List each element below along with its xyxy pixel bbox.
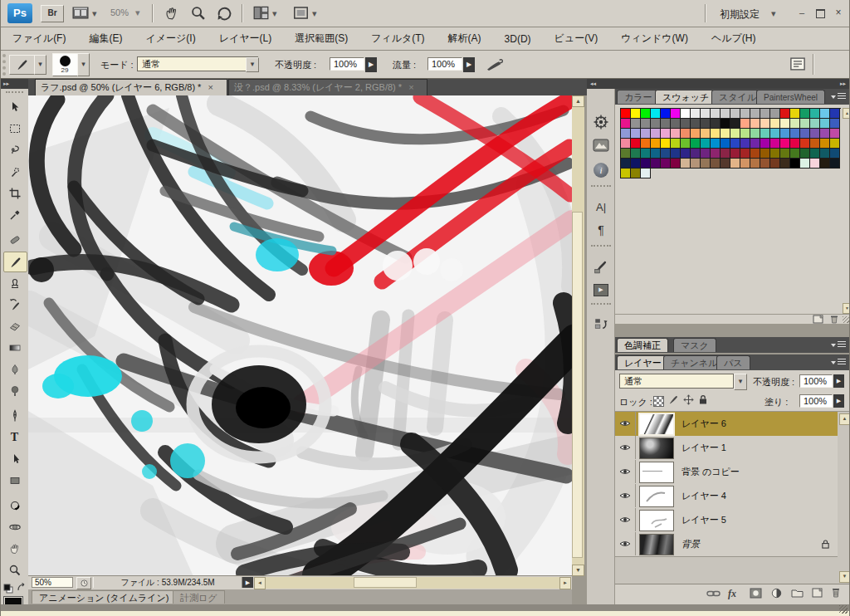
eyedropper-tool[interactable] [3, 205, 26, 224]
swatch[interactable] [820, 109, 830, 119]
swatch[interactable] [651, 149, 661, 159]
layer-name[interactable]: レイヤー 4 [681, 484, 726, 508]
info-icon[interactable]: i [589, 160, 613, 180]
layer-thumbnail[interactable] [639, 534, 674, 555]
swatch[interactable] [780, 109, 790, 119]
swatch[interactable] [750, 159, 760, 169]
layers-scroll-up[interactable]: ▲ [839, 413, 850, 425]
swatch[interactable] [681, 139, 691, 149]
swatch[interactable] [621, 139, 631, 149]
tab-measurement-log[interactable]: 計測ログ [173, 590, 225, 604]
launch-dropdown-arrow[interactable]: ▾ [92, 8, 97, 19]
visibility-toggle[interactable] [615, 460, 636, 483]
delete-layer-icon[interactable] [831, 587, 841, 599]
swatch[interactable] [740, 159, 750, 169]
menu-help[interactable]: ヘルプ(H) [710, 32, 758, 46]
swatch[interactable] [671, 159, 681, 169]
lock-position-icon[interactable] [683, 394, 694, 407]
swatch[interactable] [800, 139, 810, 149]
swatch[interactable] [661, 149, 671, 159]
hand-tool-icon[interactable] [164, 5, 180, 23]
tab-adjustments[interactable]: 色調補正 [617, 338, 668, 352]
swatch[interactable] [810, 119, 820, 129]
toolbar-collapse[interactable]: ▸▸ [1, 79, 28, 89]
swatch[interactable] [691, 109, 701, 119]
swatch[interactable] [721, 109, 730, 119]
new-layer-icon[interactable] [812, 588, 823, 599]
layer-opacity-spinner[interactable]: ▶ [833, 374, 844, 388]
panel-menu-icon[interactable] [831, 358, 846, 367]
swatch[interactable] [711, 109, 721, 119]
swatch[interactable] [671, 109, 681, 119]
swatch[interactable] [770, 109, 780, 119]
swatch[interactable] [691, 159, 701, 169]
swatch[interactable] [651, 109, 661, 119]
visibility-toggle[interactable] [615, 532, 636, 555]
scroll-right-button[interactable]: ► [559, 577, 571, 589]
minimize-button[interactable]: – [794, 7, 809, 19]
swatch[interactable] [790, 139, 800, 149]
swatch[interactable] [631, 129, 641, 139]
menu-file[interactable]: ファイル(F) [11, 32, 67, 46]
swatch[interactable] [641, 139, 651, 149]
swatch[interactable] [780, 119, 790, 129]
blend-mode-select[interactable]: 通常 [137, 56, 258, 71]
horizontal-scrollbar[interactable]: ◄ ► [254, 577, 569, 589]
delete-swatch-icon[interactable] [829, 315, 839, 325]
swatch[interactable] [621, 119, 631, 129]
swatch[interactable] [701, 129, 711, 139]
swatch[interactable] [730, 159, 740, 169]
swatch[interactable] [730, 109, 740, 119]
swatch[interactable] [810, 129, 820, 139]
swatch[interactable] [701, 149, 711, 159]
shape-tool[interactable] [3, 471, 26, 490]
swatch[interactable] [651, 139, 661, 149]
layer-fill-spinner[interactable]: ▶ [833, 394, 844, 408]
lasso-tool[interactable] [3, 140, 26, 159]
swatch[interactable] [621, 129, 631, 139]
layer-thumbnail[interactable] [638, 413, 675, 436]
navigator-icon[interactable] [589, 135, 613, 155]
swatch[interactable] [750, 149, 760, 159]
status-menu-button[interactable]: ▶ [242, 577, 253, 588]
swatch[interactable] [671, 129, 681, 139]
path-selection-tool[interactable] [3, 449, 26, 468]
tab-paths[interactable]: パス [716, 355, 750, 369]
dodge-tool[interactable] [3, 381, 26, 400]
character-panel-icon[interactable]: A| [589, 197, 613, 217]
layer-name[interactable]: 背景 [681, 532, 700, 556]
opacity-field[interactable]: 100% [330, 57, 364, 71]
swatch[interactable] [790, 149, 800, 159]
launch-filmstrip-icon[interactable] [72, 6, 89, 22]
swatch-scroll-down[interactable]: ▼ [843, 303, 850, 314]
rotate-view-icon[interactable] [215, 4, 233, 24]
flow-spinner[interactable]: ▶ [463, 57, 475, 72]
swatch[interactable] [770, 129, 780, 139]
swatch[interactable] [820, 159, 830, 169]
swatch[interactable] [830, 149, 840, 159]
swatch[interactable] [711, 159, 721, 169]
panel-menu-icon[interactable] [831, 92, 846, 101]
swatch[interactable] [711, 139, 721, 149]
tab-color[interactable]: カラー [617, 90, 660, 104]
swatch[interactable] [760, 109, 770, 119]
brushes-panel-icon[interactable] [589, 257, 613, 276]
swatch[interactable] [701, 119, 711, 129]
swatch[interactable] [820, 139, 830, 149]
workspace-dropdown-arrow[interactable]: ▾ [771, 8, 776, 19]
swatch[interactable] [820, 129, 830, 139]
swatch[interactable] [740, 109, 750, 119]
swatch[interactable] [701, 159, 711, 169]
tool-preset-dropdown[interactable]: ▾ [34, 55, 46, 75]
vertical-scroll-thumb[interactable] [572, 212, 583, 558]
swatch[interactable] [750, 129, 760, 139]
menu-layer[interactable]: レイヤー(L) [217, 32, 274, 46]
add-mask-icon[interactable] [750, 588, 762, 600]
close-button[interactable]: × [831, 7, 846, 19]
menu-3d[interactable]: 3D(D) [503, 33, 533, 45]
scroll-up-button[interactable]: ▲ [572, 95, 584, 107]
crop-tool[interactable] [3, 183, 26, 203]
swatch[interactable] [780, 149, 790, 159]
smudge-tool[interactable] [3, 359, 26, 379]
gradient-tool[interactable] [3, 338, 26, 357]
